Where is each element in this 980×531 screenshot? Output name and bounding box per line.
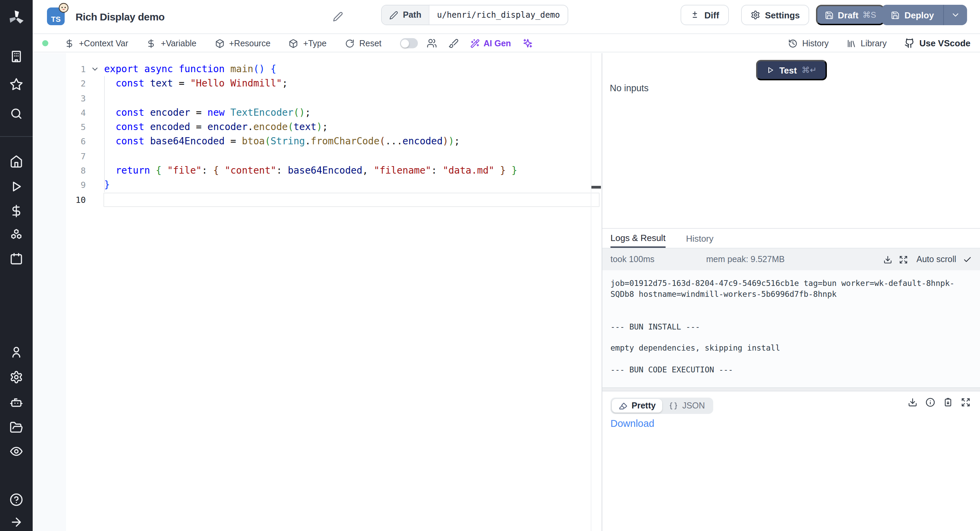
info-icon[interactable] (926, 397, 935, 407)
log-line: job=01912d75-163d-8204-47c9-5469c516cb1e… (611, 278, 955, 300)
test-shortcut: ⌘↵ (802, 65, 817, 75)
paintbrush-icon[interactable] (448, 38, 458, 48)
windmill-logo-icon[interactable] (8, 9, 25, 27)
draft-label: Draft (838, 10, 859, 20)
test-button[interactable]: Test ⌘↵ (756, 60, 827, 80)
pretty-view-button[interactable]: Pretty (612, 399, 662, 413)
code-line-2[interactable]: 2 const text = "Hello Windmill"; (33, 77, 601, 91)
draft-shortcut: ⌘S (862, 10, 876, 20)
dollar-icon (147, 38, 156, 48)
clipboard-icon[interactable] (943, 397, 953, 407)
toolbar-button-variable[interactable]: +Variable (147, 38, 196, 48)
deploy-dropdown-button[interactable] (944, 5, 967, 25)
checkmark-icon[interactable] (963, 255, 972, 264)
download-result-link[interactable]: Download (611, 418, 654, 429)
sidebar-item-help-icon[interactable] (10, 493, 23, 507)
sidebar-item-settings-icon[interactable] (10, 370, 23, 384)
path-control[interactable]: Path u/henri/rich_display_demo (381, 5, 568, 25)
braces-icon (669, 401, 678, 410)
diff-mode-toggle[interactable] (400, 38, 417, 48)
toolbar-history-button[interactable]: History (788, 38, 829, 48)
toolbar-button-resource[interactable]: +Resource (215, 38, 270, 48)
sidebar-item-building-icon[interactable] (10, 50, 23, 63)
sidebar-item-eye-icon[interactable] (10, 445, 23, 458)
ai-gen-button[interactable]: AI Gen (470, 38, 511, 48)
toggle-knob (401, 39, 409, 47)
no-inputs-text: No inputs (610, 83, 649, 93)
code-line-9[interactable]: 9} (33, 178, 601, 193)
log-line (611, 311, 955, 322)
sidebar-item-play-icon[interactable] (10, 180, 23, 193)
sidebar-item-boxes-icon[interactable] (10, 228, 23, 242)
sidebar-divider (0, 136, 33, 137)
line-number: 9 (33, 178, 86, 193)
sidebar-item-star-icon[interactable] (10, 78, 23, 91)
draft-button[interactable]: Draft ⌘S (816, 5, 885, 25)
code-line-8[interactable]: 8 return { "file": { "content": base64En… (33, 163, 601, 178)
sidebar-item-calendar-icon[interactable] (10, 252, 23, 266)
overview-ruler-cursor (592, 186, 601, 188)
sidebar-item-home-icon[interactable] (10, 155, 23, 168)
code-line-10[interactable]: 10 (33, 192, 601, 207)
download-result-icon[interactable] (908, 397, 917, 407)
code-line-3[interactable]: 3 (33, 91, 601, 105)
code-line-7[interactable]: 7 (33, 149, 601, 164)
json-view-button[interactable]: JSON (662, 399, 712, 413)
tab-history[interactable]: History (686, 229, 714, 248)
overview-ruler-border (591, 53, 592, 531)
line-number: 3 (33, 91, 86, 105)
line-number: 2 (33, 77, 86, 91)
sidebar-item-arrow-right-icon[interactable] (10, 515, 23, 529)
code-editor[interactable]: 1export async function main() {2 const t… (33, 53, 601, 531)
rotate-icon (345, 38, 355, 48)
sidebar-item-search-icon[interactable] (10, 107, 23, 121)
line-number: 5 (33, 120, 86, 134)
log-line: --- BUN INSTALL --- (611, 322, 955, 333)
toolbar-use-vscode-button[interactable]: Use VScode (904, 38, 970, 48)
path-label-segment[interactable]: Path (382, 5, 430, 24)
save-icon (891, 11, 900, 19)
toolbar-button-reset[interactable]: Reset (345, 38, 382, 48)
stats-actions: Auto scroll (883, 255, 972, 264)
toolbar-button-contextvar[interactable]: +Context Var (65, 38, 128, 48)
expand-result-icon[interactable] (961, 397, 970, 407)
expand-logs-icon[interactable] (899, 255, 907, 264)
edit-title-pencil-icon[interactable] (333, 11, 343, 22)
diff-button[interactable]: Diff (681, 5, 729, 25)
code-line-5[interactable]: 5 const encoded = encoder.encode(text); (33, 120, 601, 134)
logs-output[interactable]: job=01912d75-163d-8204-47c9-5469c516cb1e… (602, 270, 980, 387)
users-icon[interactable] (426, 38, 437, 48)
path-value[interactable]: u/henri/rich_display_demo (430, 5, 567, 24)
deploy-button[interactable]: Deploy (881, 5, 943, 25)
sidebar (0, 0, 33, 531)
toolbar-library-button[interactable]: Library (846, 38, 886, 48)
github-icon (904, 38, 915, 48)
code-line-1[interactable]: 1export async function main() { (33, 62, 601, 77)
code-lines: 1export async function main() {2 const t… (33, 62, 601, 207)
log-line (611, 354, 955, 365)
result-view-switch: Pretty JSON (611, 397, 713, 414)
line-number: 4 (33, 105, 86, 120)
inputs-section: Test ⌘↵ No inputs (602, 53, 980, 228)
topbar: TS Rich Display demo Path u/henri/rich_d… (33, 0, 980, 34)
line-number: 10 (33, 192, 86, 207)
sidebar-item-user-icon[interactable] (10, 345, 23, 359)
sidebar-item-robot-icon[interactable] (10, 395, 23, 409)
sidebar-item-folder-open-icon[interactable] (10, 421, 23, 434)
code-line-4[interactable]: 4 const encoder = new TextEncoder(); (33, 105, 601, 120)
panel-tabs: Logs & Result History (602, 228, 980, 249)
download-logs-icon[interactable] (883, 255, 892, 264)
dollar-icon (65, 38, 74, 48)
tab-logs-result[interactable]: Logs & Result (611, 229, 666, 248)
sidebar-item-dollar-icon[interactable] (10, 204, 23, 218)
log-line (611, 333, 955, 343)
page-title: Rich Display demo (76, 11, 165, 22)
toolbar-button-type[interactable]: +Type (289, 38, 327, 48)
settings-button[interactable]: Settings (741, 5, 810, 25)
sparkles-icon[interactable] (523, 38, 533, 48)
line-number: 6 (33, 134, 86, 149)
path-label: Path (403, 10, 421, 20)
logs-result-resize-handle[interactable] (602, 387, 980, 391)
code-line-6[interactable]: 6 const base64Encoded = btoa(String.from… (33, 134, 601, 149)
deploy-button-group: Deploy (881, 5, 967, 25)
